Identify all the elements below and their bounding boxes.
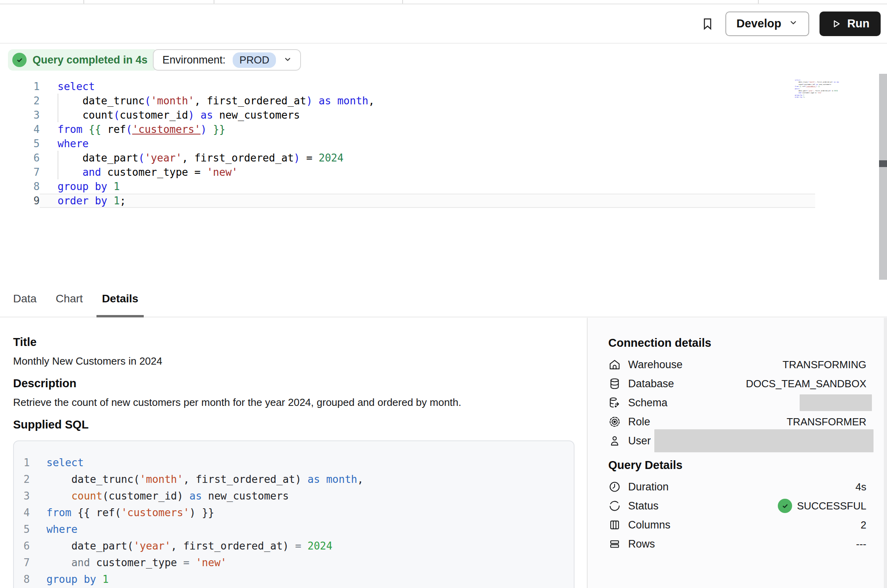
code-line: 4from {{ ref('customers') }} [21, 122, 815, 136]
tab-details[interactable]: Details [102, 281, 139, 317]
line-number: 4 [21, 122, 40, 136]
columns-icon [608, 519, 621, 531]
code-line: 2 date_trunc('month', first_ordered_at) … [19, 471, 574, 488]
schema-icon [608, 396, 621, 409]
query-details-heading: Query Details [608, 458, 866, 472]
supplied-sql-code-block: 1select2 date_trunc('month', first_order… [13, 440, 575, 588]
row-value: 2 [861, 519, 866, 531]
code-line: 9order by 1; [21, 194, 815, 208]
line-number: 9 [21, 194, 40, 208]
rows-icon [608, 538, 621, 550]
panel-scrollbar[interactable] [884, 318, 887, 588]
code-line: 5where [21, 136, 815, 151]
row-label: Database [628, 378, 674, 390]
tab-divider [758, 0, 759, 4]
code-line: 8group by 1 [21, 179, 815, 194]
line-number: 7 [19, 554, 30, 571]
line-number: 5 [19, 521, 30, 538]
tab-divider [402, 0, 403, 4]
status-row: StatusSUCCESSFUL [608, 496, 866, 515]
editor-minimap[interactable]: select date_trunc('month', first_ordered… [792, 79, 839, 100]
editor-scrollbar-thumb[interactable] [879, 160, 887, 167]
indent-guide [58, 94, 58, 122]
row-value [654, 429, 866, 452]
title-heading: Title [13, 335, 586, 349]
row-label: Status [628, 500, 659, 512]
row-value-text: 4s [856, 481, 866, 493]
connection-panel: Connection details WarehouseTRANSFORMING… [587, 318, 887, 588]
develop-button[interactable]: Develop [725, 12, 809, 36]
row-value: --- [856, 538, 866, 550]
environment-value-pill: PROD [233, 52, 276, 68]
sql-editor[interactable]: 1select2 date_trunc('month', first_order… [21, 79, 815, 208]
line-number: 1 [19, 454, 30, 471]
row-value-text: 2 [861, 519, 866, 531]
success-check-icon [778, 499, 792, 513]
line-number: 7 [21, 165, 40, 179]
schema-row: Schema [608, 393, 866, 412]
row-value: SUCCESSFUL [778, 499, 866, 513]
line-number: 4 [19, 504, 30, 521]
tab-data[interactable]: Data [13, 281, 37, 317]
description-heading: Description [13, 377, 586, 390]
code-line: order by 1; [792, 96, 839, 98]
code-line: 3 count(customer_id) as new_customers [19, 488, 574, 504]
play-icon [831, 18, 842, 29]
query-status-text: Query completed in 4s [33, 54, 148, 66]
line-number: 6 [19, 538, 30, 554]
duration-row: Duration4s [608, 477, 866, 496]
line-number: 8 [19, 571, 30, 588]
indent-guide [58, 151, 58, 179]
rows-row: Rows--- [608, 534, 866, 553]
code-line: 2 date_trunc('month', first_ordered_at) … [21, 94, 815, 108]
row-value-text: TRANSFORMER [787, 416, 866, 428]
run-button[interactable]: Run [820, 12, 881, 36]
row-label: Role [628, 416, 650, 428]
topbar: Develop Run [0, 4, 887, 44]
description-value: Retrieve the count of new customers per … [13, 396, 586, 408]
line-number: 2 [21, 94, 40, 108]
role-row: RoleTRANSFORMER [608, 412, 866, 431]
code-line: 5where [19, 521, 574, 538]
row-label: User [628, 435, 651, 447]
database-icon [608, 377, 621, 390]
develop-button-label: Develop [737, 17, 781, 30]
warehouse-icon [608, 358, 621, 371]
columns-row: Columns2 [608, 515, 866, 534]
query-details-rows: Duration4sStatusSUCCESSFULColumns2Rows--… [608, 477, 866, 553]
environment-select[interactable]: Environment: PROD [153, 49, 301, 71]
warehouse-row: WarehouseTRANSFORMING [608, 355, 866, 374]
row-value [800, 394, 866, 411]
row-label: Schema [628, 397, 667, 409]
row-value: TRANSFORMING [783, 359, 866, 371]
line-number: 3 [21, 108, 40, 122]
connection-details-rows: WarehouseTRANSFORMINGDatabaseDOCS_TEAM_S… [608, 355, 866, 450]
chevron-down-icon [789, 17, 798, 30]
row-value: DOCS_TEAM_SANDBOX [746, 378, 866, 390]
code-line: 3 count(customer_id) as new_customers [21, 108, 815, 122]
code-line: 6 date_part('year', first_ordered_at) = … [21, 151, 815, 165]
code-line: 1select [19, 454, 574, 471]
check-circle-icon [12, 53, 27, 67]
chevron-down-icon [283, 55, 292, 65]
code-line: 7 and customer_type = 'new' [19, 554, 574, 571]
user-icon [608, 434, 621, 447]
details-pane: Title Monthly New Customers in 2024 Desc… [0, 318, 586, 588]
row-value: TRANSFORMER [787, 416, 866, 428]
run-button-label: Run [847, 17, 870, 30]
tab-divider [83, 0, 84, 4]
line-number: 8 [21, 179, 40, 194]
editor-scrollbar[interactable] [879, 74, 887, 280]
redaction-box [654, 429, 874, 452]
supplied-sql-heading: Supplied SQL [13, 418, 586, 431]
bookmark-icon[interactable] [700, 16, 715, 32]
row-label: Rows [628, 538, 655, 550]
title-value: Monthly New Customers in 2024 [13, 355, 586, 367]
results-tabs: DataChartDetails [0, 281, 887, 317]
query-status-badge: Query completed in 4s [8, 49, 158, 71]
minimap-code: select date_trunc('month', first_ordered… [792, 79, 839, 98]
line-number: 5 [21, 136, 40, 151]
redaction-box [800, 394, 872, 411]
row-value-text: DOCS_TEAM_SANDBOX [746, 378, 866, 390]
tab-chart[interactable]: Chart [56, 281, 83, 317]
